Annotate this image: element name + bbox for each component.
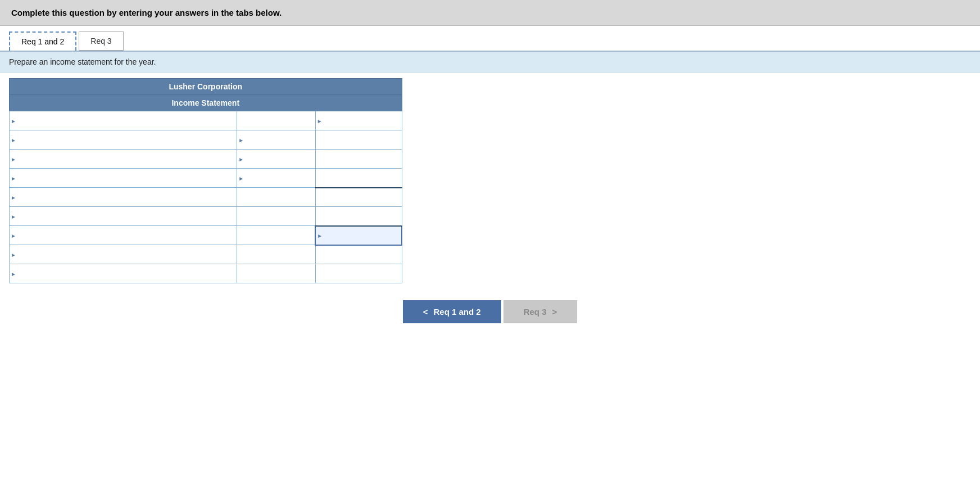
btn-req1and2-label: Req 1 and 2: [433, 307, 480, 317]
table-row: ► ►: [10, 169, 402, 188]
arrow-icon-4: ►: [11, 175, 16, 181]
input-right-4[interactable]: [316, 169, 402, 187]
input-label-8[interactable]: [10, 245, 237, 264]
input-mid-3[interactable]: [237, 150, 315, 168]
input-label-2[interactable]: [10, 130, 237, 149]
input-mid-8[interactable]: [237, 245, 315, 264]
arrow-icon-r7: ►: [317, 232, 323, 238]
table-title2: Income Statement: [10, 95, 402, 111]
table-row: ►: [10, 188, 402, 207]
arrow-icon-m2: ►: [238, 137, 244, 143]
input-label-9[interactable]: [10, 264, 237, 283]
arrow-icon-9: ►: [11, 270, 16, 277]
arrow-icon-7: ►: [11, 232, 16, 238]
cell-right-3: [315, 150, 402, 169]
cell-label-2: ►: [10, 130, 237, 150]
cell-right-5: [315, 188, 402, 207]
cell-right-1: ►: [315, 111, 402, 130]
arrow-icon-m3: ►: [238, 156, 244, 162]
table-header-row1: Lusher Corporation: [10, 79, 402, 95]
tab-req1and2[interactable]: Req 1 and 2: [9, 31, 76, 51]
cell-label-6: ►: [10, 207, 237, 226]
btn-req1and2[interactable]: Req 1 and 2: [403, 300, 501, 323]
input-label-6[interactable]: [10, 207, 237, 225]
income-table: Lusher Corporation Income Statement ►: [9, 78, 402, 283]
cell-mid-7: [237, 226, 316, 245]
btn-req3-label: Req 3: [524, 307, 547, 317]
input-mid-9[interactable]: [237, 264, 315, 283]
arrow-icon-1: ►: [11, 118, 16, 124]
table-title1: Lusher Corporation: [10, 79, 402, 95]
cell-label-4: ►: [10, 169, 237, 188]
input-mid-7[interactable]: [237, 226, 315, 245]
cell-label-8: ►: [10, 245, 237, 264]
input-mid-4[interactable]: [237, 169, 315, 187]
content-area: Req 1 and 2 Req 3 Prepare an income stat…: [0, 26, 980, 497]
input-right-9[interactable]: [316, 264, 402, 283]
cell-mid-2: ►: [237, 130, 316, 150]
input-right-1[interactable]: [316, 111, 402, 130]
input-right-2[interactable]: [316, 130, 402, 149]
cell-right-7: ►: [315, 226, 402, 245]
arrow-icon-6: ►: [11, 213, 16, 219]
arrow-icon-5: ►: [11, 194, 16, 200]
cell-label-9: ►: [10, 264, 237, 283]
cell-mid-8: [237, 245, 316, 264]
cell-right-2: [315, 130, 402, 150]
input-right-6[interactable]: [316, 207, 402, 225]
arrow-icon-r1: ►: [317, 118, 323, 124]
chevron-left-icon: [423, 307, 428, 317]
cell-right-6: [315, 207, 402, 226]
page-wrapper: Complete this question by entering your …: [0, 0, 980, 497]
input-label-5[interactable]: [10, 188, 237, 206]
arrow-icon-m4: ►: [238, 175, 244, 181]
instruction-text: Complete this question by entering your …: [11, 8, 282, 17]
cell-mid-3: ►: [237, 150, 316, 169]
tabs-row: Req 1 and 2 Req 3: [0, 26, 980, 52]
arrow-icon-2: ►: [11, 137, 16, 143]
cell-mid-5: [237, 188, 316, 207]
cell-label-1: ►: [10, 111, 237, 130]
input-right-8[interactable]: [316, 246, 402, 264]
chevron-right-icon: [552, 307, 557, 317]
table-row: ►: [10, 264, 402, 283]
input-label-1[interactable]: [10, 111, 237, 130]
cell-mid-6: [237, 207, 316, 226]
input-label-7[interactable]: [10, 226, 237, 245]
input-mid-1[interactable]: [237, 111, 315, 130]
table-row: ► ►: [10, 111, 402, 130]
cell-mid-4: ►: [237, 169, 316, 188]
cell-label-3: ►: [10, 150, 237, 169]
cell-label-7: ►: [10, 226, 237, 245]
input-mid-6[interactable]: [237, 207, 315, 225]
arrow-icon-3: ►: [11, 156, 16, 162]
input-right-5[interactable]: [316, 188, 402, 207]
input-label-4[interactable]: [10, 169, 237, 187]
table-row: ►: [10, 245, 402, 264]
table-header-row2: Income Statement: [10, 95, 402, 111]
bottom-nav: Req 1 and 2 Req 3: [0, 289, 980, 340]
input-right-3[interactable]: [316, 150, 402, 168]
input-label-3[interactable]: [10, 150, 237, 168]
table-row: ► ►: [10, 130, 402, 150]
arrow-icon-8: ►: [11, 251, 16, 257]
cell-mid-1: [237, 111, 316, 130]
tab-req3[interactable]: Req 3: [79, 31, 123, 51]
instruction-banner: Complete this question by entering your …: [0, 0, 980, 26]
cell-label-5: ►: [10, 188, 237, 207]
table-container: Lusher Corporation Income Statement ►: [0, 73, 980, 289]
cell-right-4: [315, 169, 402, 188]
cell-right-9: [315, 264, 402, 283]
input-mid-2[interactable]: [237, 130, 315, 149]
table-row: ► ►: [10, 150, 402, 169]
cell-right-8: [315, 245, 402, 264]
input-mid-5[interactable]: [237, 188, 315, 206]
table-row: ► ►: [10, 226, 402, 245]
btn-req3[interactable]: Req 3: [503, 300, 578, 323]
cell-mid-9: [237, 264, 316, 283]
sub-instruction: Prepare an income statement for the year…: [0, 52, 980, 73]
table-row: ►: [10, 207, 402, 226]
input-right-7[interactable]: [316, 227, 401, 245]
